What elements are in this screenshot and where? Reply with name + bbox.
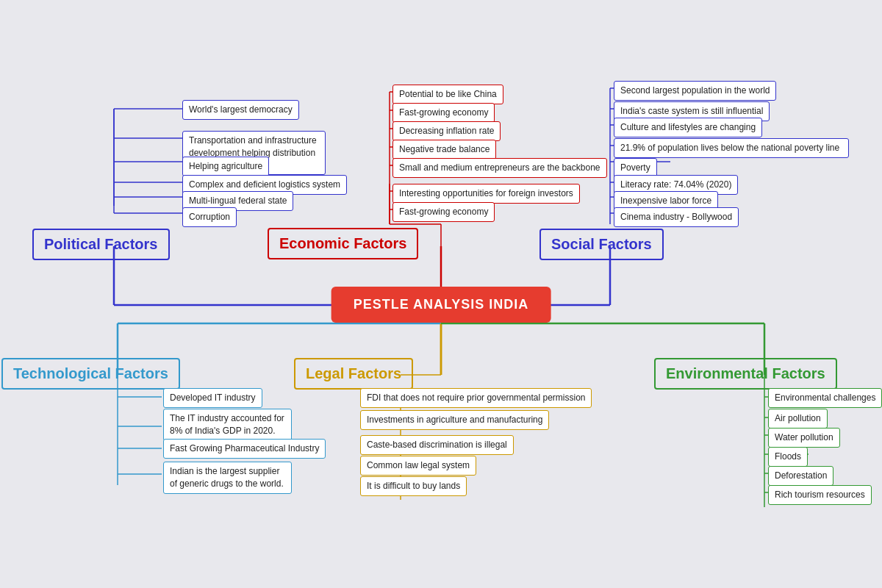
legal-node-4: Common law legal system (360, 456, 476, 476)
political-node-6: Corruption (182, 207, 237, 227)
social-node-3: Culture and lifestyles are changing (614, 118, 762, 137)
social-node-1: Second largest population in the world (614, 81, 776, 101)
economic-node-2: Fast-growing economy (392, 103, 495, 123)
social-node-4: 21.9% of population lives below the nati… (614, 138, 849, 158)
tech-node-4: Indian is the largest supplier of generi… (163, 462, 292, 494)
legal-node-1: FDI that does not require prior governme… (360, 388, 592, 408)
social-node-8: Cinema industry - Bollywood (614, 207, 739, 227)
environmental-label: Environmental Factors (654, 358, 837, 390)
economic-label: Economic Factors (268, 228, 418, 259)
env-node-5: Deforestation (768, 466, 833, 486)
technological-label: Technological Factors (1, 358, 180, 390)
legal-node-5: It is difficult to buy lands (360, 476, 467, 496)
legal-node-2: Investments in agriculture and manufactu… (360, 410, 549, 430)
social-label: Social Factors (539, 229, 664, 260)
political-node-1: World's largest democracy (182, 100, 299, 120)
tech-node-2: The IT industry accounted for 8% of Indi… (163, 409, 292, 441)
economic-node-3: Decreasing inflation rate (392, 121, 501, 141)
political-node-3: Helping agriculture (182, 157, 269, 176)
env-node-2: Air pollution (768, 409, 828, 429)
economic-node-1: Potential to be like China (392, 85, 503, 104)
economic-node-7: Fast-growing economy (392, 202, 495, 222)
center-title: PESTLE ANALYSIS INDIA (331, 287, 551, 323)
economic-node-6: Interesting opportunities for foreign in… (392, 184, 580, 204)
tech-node-1: Developed IT industry (163, 388, 262, 408)
economic-node-4: Negative trade balance (392, 140, 496, 159)
legal-node-3: Caste-based discrimination is illegal (360, 435, 514, 455)
political-label: Political Factors (32, 229, 170, 260)
tech-node-3: Fast Growing Pharmaceutical Industry (163, 439, 326, 459)
economic-node-5: Small and medium entrepreneurs are the b… (392, 158, 607, 178)
env-node-4: Floods (768, 447, 808, 467)
env-node-6: Rich tourism resources (768, 485, 872, 505)
env-node-3: Water pollution (768, 428, 840, 448)
env-node-1: Environmental challenges (768, 388, 882, 408)
legal-label: Legal Factors (294, 358, 413, 390)
